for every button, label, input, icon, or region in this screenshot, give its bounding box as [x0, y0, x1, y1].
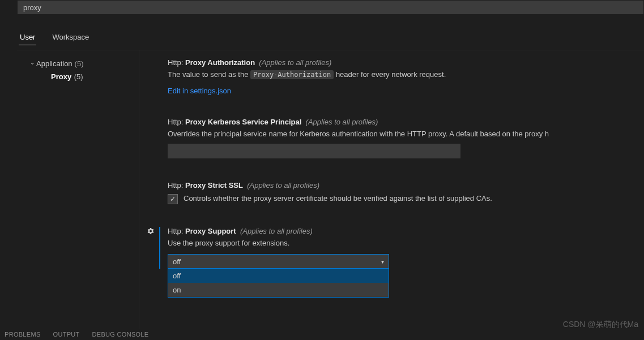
- setting-description: Overrides the principal service name for…: [168, 130, 632, 138]
- kerberos-principal-input[interactable]: [168, 144, 460, 158]
- setting-description: Use the proxy support for extensions.: [168, 239, 632, 247]
- settings-toc: › Application (5) Proxy (5): [17, 50, 139, 340]
- setting-proxy-support: Http: Proxy Support (Applies to all prof…: [168, 227, 644, 269]
- setting-prefix: Http:: [168, 227, 183, 235]
- setting-proxy-strict-ssl: Http: Proxy Strict SSL (Applies to all p…: [168, 181, 644, 204]
- setting-title: Http: Proxy Strict SSL (Applies to all p…: [168, 181, 644, 190]
- setting-name: Proxy Strict SSL: [185, 181, 243, 190]
- check-icon: ✓: [170, 195, 176, 203]
- dropdown-option-on[interactable]: on: [168, 283, 389, 297]
- setting-scope: (Applies to all profiles): [240, 227, 313, 235]
- setting-name: Proxy Kerberos Service Principal: [185, 118, 301, 126]
- settings-scope-tabs: User Workspace: [19, 29, 105, 45]
- panel-debug-console[interactable]: DEBUG CONSOLE: [92, 331, 149, 338]
- setting-proxy-kerberos: Http: Proxy Kerberos Service Principal (…: [168, 118, 644, 158]
- toc-application[interactable]: › Application (5): [22, 57, 139, 70]
- setting-title: Http: Proxy Support (Applies to all prof…: [168, 227, 644, 235]
- select-value: off: [173, 257, 181, 266]
- setting-prefix: Http:: [168, 58, 183, 67]
- toc-application-label: Application: [36, 59, 72, 68]
- settings-search-bar[interactable]: [17, 0, 644, 15]
- toc-proxy-label: Proxy: [51, 72, 71, 81]
- toc-proxy-count: (5): [74, 72, 83, 81]
- code-literal: Proxy-Authorization: [250, 70, 334, 79]
- panel-output[interactable]: OUTPUT: [53, 331, 80, 338]
- setting-proxy-authorization: Http: Proxy Authorization (Applies to al…: [168, 58, 644, 95]
- edit-in-settings-json-link[interactable]: Edit in settings.json: [168, 87, 231, 95]
- tab-user[interactable]: User: [19, 29, 36, 45]
- toc-application-count: (5): [75, 59, 84, 68]
- setting-description: Controls whether the proxy server certif…: [184, 194, 492, 203]
- chevron-down-icon: ▾: [381, 259, 384, 265]
- setting-name: Proxy Authorization: [185, 58, 255, 67]
- strict-ssl-checkbox[interactable]: ✓: [168, 194, 178, 204]
- setting-description: The value to send as the Proxy-Authoriza…: [168, 70, 632, 79]
- toc-proxy[interactable]: Proxy (5): [22, 70, 139, 83]
- setting-name: Proxy Support: [185, 227, 236, 235]
- proxy-support-select-wrap: off ▾ off on: [168, 254, 389, 269]
- panel-tabs: PROBLEMS OUTPUT DEBUG CONSOLE: [0, 329, 644, 340]
- settings-list: Http: Proxy Authorization (Applies to al…: [139, 50, 644, 340]
- setting-scope: (Applies to all profiles): [306, 118, 378, 126]
- setting-prefix: Http:: [168, 181, 183, 190]
- panel-problems[interactable]: PROBLEMS: [5, 331, 41, 338]
- dropdown-option-off[interactable]: off: [168, 269, 389, 283]
- setting-title: Http: Proxy Authorization (Applies to al…: [168, 58, 644, 67]
- proxy-support-dropdown: off on: [168, 269, 389, 298]
- settings-body: › Application (5) Proxy (5) Http: Proxy …: [17, 50, 644, 340]
- setting-scope: (Applies to all profiles): [247, 181, 319, 190]
- tab-workspace[interactable]: Workspace: [51, 29, 90, 45]
- setting-scope: (Applies to all profiles): [259, 58, 331, 67]
- settings-search-input[interactable]: [18, 3, 643, 12]
- setting-title: Http: Proxy Kerberos Service Principal (…: [168, 118, 644, 126]
- strict-ssl-row: ✓ Controls whether the proxy server cert…: [168, 194, 644, 204]
- chevron-down-icon: ›: [29, 60, 36, 68]
- gear-icon[interactable]: [146, 227, 155, 236]
- setting-prefix: Http:: [168, 118, 183, 126]
- proxy-support-select[interactable]: off ▾: [168, 254, 389, 269]
